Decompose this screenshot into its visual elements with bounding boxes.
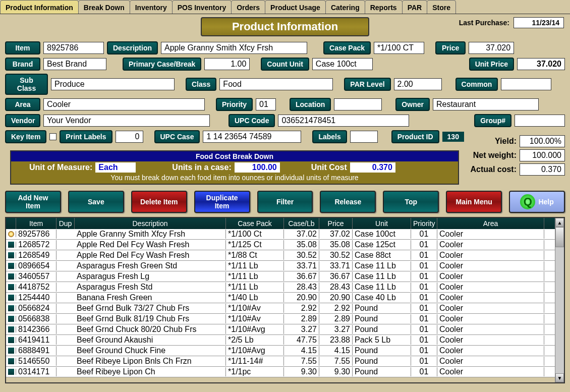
- brand-field[interactable]: Best Brand: [43, 58, 106, 70]
- labels-field[interactable]: [350, 131, 378, 143]
- labels-button[interactable]: Labels: [312, 130, 347, 143]
- table-row[interactable]: 0314171Beef Ribeye Lipon Ch*1/1pc9.309.3…: [6, 367, 555, 377]
- key-item-checkbox[interactable]: [49, 133, 56, 140]
- description-field[interactable]: Apple Granny Smith Xfcy Frsh: [161, 42, 307, 54]
- col-case-pack[interactable]: Case Pack: [226, 218, 284, 229]
- table-row[interactable]: 1268549Apple Red Del Fcy Wash Fresh*1/88…: [6, 250, 555, 261]
- yield-value[interactable]: 100.00%: [520, 135, 565, 147]
- col-unit[interactable]: Unit: [353, 218, 411, 229]
- net-weight-value[interactable]: 100.000: [520, 149, 565, 161]
- table-row[interactable]: 5146550Beef Ribeye Lipon Bnls Ch Frzn*1/…: [6, 356, 555, 367]
- grid-scrollbar[interactable]: ▲ ▼: [555, 218, 564, 382]
- print-labels-button[interactable]: Print Labels: [60, 130, 112, 143]
- case-pack-button[interactable]: Case Pack: [323, 41, 371, 54]
- tab-product-information[interactable]: Product Information: [0, 0, 79, 14]
- count-unit-field[interactable]: Case 100ct: [312, 58, 373, 70]
- help-button[interactable]: Q Help: [509, 191, 565, 213]
- common-field[interactable]: [501, 78, 551, 90]
- col-price[interactable]: Price: [319, 218, 353, 229]
- save-button[interactable]: Save: [68, 191, 124, 213]
- release-button[interactable]: Release: [320, 191, 376, 213]
- table-row[interactable]: 6888491Beef Ground Chuck Fine*1/10#Avg4.…: [6, 346, 555, 356]
- table-row[interactable]: 0566824Beef Grnd Bulk 73/27 Chub Frs*1/1…: [6, 303, 555, 314]
- table-row[interactable]: 3460557Asparagus Fresh Lg*1/11 Lb36.6736…: [6, 271, 555, 282]
- price-field[interactable]: 37.020: [469, 42, 514, 54]
- unit-cost-value[interactable]: 0.370: [350, 162, 395, 173]
- owner-button[interactable]: Owner: [395, 98, 430, 111]
- class-field[interactable]: Food: [219, 78, 333, 90]
- tab-product-usage[interactable]: Product Usage: [265, 0, 326, 14]
- table-row[interactable]: 1268572Apple Red Del Fcy Wash Fresh*1/12…: [6, 240, 555, 250]
- location-field[interactable]: [334, 98, 382, 110]
- tab-orders[interactable]: Orders: [231, 0, 265, 14]
- item-button[interactable]: Item: [5, 41, 40, 54]
- tab-store[interactable]: Store: [427, 0, 456, 14]
- scroll-up-icon[interactable]: ▲: [555, 218, 564, 227]
- case-pack-field[interactable]: *1/100 CT: [374, 42, 424, 54]
- class-button[interactable]: Class: [186, 78, 216, 91]
- tab-reports[interactable]: Reports: [365, 0, 403, 14]
- vendor-field[interactable]: Your Vendor: [43, 115, 210, 127]
- scroll-thumb[interactable]: [555, 227, 564, 247]
- area-button[interactable]: Area: [5, 98, 40, 111]
- tab-break-down[interactable]: Break Down: [78, 0, 130, 14]
- location-button[interactable]: Location: [290, 98, 331, 111]
- common-button[interactable]: Common: [455, 78, 498, 91]
- actual-cost-value[interactable]: 0.370: [520, 163, 565, 176]
- upc-code-button[interactable]: UPC Code: [229, 114, 275, 127]
- sub-class-field[interactable]: Produce: [51, 78, 175, 90]
- tab-par[interactable]: PAR: [402, 0, 428, 14]
- col-case-lb[interactable]: Case/Lb: [284, 218, 319, 229]
- vendor-button[interactable]: Vendor: [5, 114, 40, 127]
- table-row[interactable]: 8925786Apple Granny Smith Xfcy Frsh*1/10…: [6, 229, 555, 240]
- primary-case-break-field[interactable]: 1.00: [204, 58, 250, 70]
- cell-case-pack: *1/125 Ct: [226, 240, 284, 249]
- par-level-button[interactable]: PAR Level: [344, 78, 390, 91]
- tab-pos-inventory[interactable]: POS Inventory: [172, 0, 232, 14]
- table-row[interactable]: 4418752Asparagus Fresh Std*1/11 Lb28.432…: [6, 282, 555, 293]
- area-field[interactable]: Cooler: [43, 98, 205, 110]
- delete-item-button[interactable]: Delete Item: [131, 191, 187, 213]
- par-level-field[interactable]: 2.00: [394, 78, 442, 90]
- price-button[interactable]: Price: [435, 41, 466, 54]
- upc-case-button[interactable]: UPC Case: [154, 130, 200, 143]
- filter-button[interactable]: Filter: [257, 191, 313, 213]
- print-labels-field[interactable]: 0: [116, 131, 143, 143]
- table-row[interactable]: 6419411Beef Ground Akaushi*2/5 Lb47.7523…: [6, 335, 555, 346]
- table-row[interactable]: 0566838Beef Grnd Bulk 81/19 Chub Frs*1/1…: [6, 314, 555, 324]
- upc-case-field[interactable]: 1 14 23654 74589: [203, 131, 301, 143]
- priority-field[interactable]: 01: [256, 98, 276, 110]
- sub-class-button[interactable]: Sub Class: [5, 74, 48, 95]
- item-field[interactable]: 8925786: [43, 42, 104, 54]
- uom-value[interactable]: Each: [95, 162, 136, 173]
- col-marker[interactable]: [6, 218, 16, 229]
- upc-code-field[interactable]: 036521478451: [278, 115, 409, 127]
- main-menu-button[interactable]: Main Menu: [446, 191, 502, 213]
- col-dup[interactable]: Dup: [56, 218, 75, 229]
- scroll-down-icon[interactable]: ▼: [555, 373, 564, 382]
- tab-inventory[interactable]: Inventory: [130, 0, 173, 14]
- priority-button[interactable]: Priority: [216, 98, 253, 111]
- count-unit-button[interactable]: Count Unit: [261, 58, 309, 71]
- col-area[interactable]: Area: [437, 218, 544, 229]
- group-field[interactable]: [515, 115, 565, 127]
- primary-case-break-button[interactable]: Primary Case/Break: [123, 58, 201, 71]
- add-new-item-button[interactable]: Add New Item: [5, 191, 61, 213]
- col-priority[interactable]: Priority: [411, 218, 437, 229]
- description-button[interactable]: Description: [107, 41, 158, 54]
- tab-catering[interactable]: Catering: [325, 0, 365, 14]
- product-id-button[interactable]: Product ID: [391, 130, 439, 143]
- table-row[interactable]: 0896654Asparagus Fresh Green Std*1/11 Lb…: [6, 261, 555, 271]
- duplicate-item-button[interactable]: Duplicate Item: [194, 191, 250, 213]
- table-row[interactable]: 8142366Beef Grnd Chuck 80/20 Chub Frs*1/…: [6, 324, 555, 335]
- brand-button[interactable]: Brand: [5, 58, 40, 71]
- owner-field[interactable]: Restaurant: [433, 98, 539, 110]
- group-button[interactable]: Group#: [474, 114, 511, 127]
- top-button[interactable]: Top: [383, 191, 439, 213]
- unit-price-button[interactable]: Unit Price: [469, 58, 514, 71]
- col-item[interactable]: Item: [16, 218, 56, 229]
- key-item-button[interactable]: Key Item: [5, 130, 46, 143]
- table-row[interactable]: 1254440Banana Fresh Green*1/40 Lb20.9020…: [6, 293, 555, 303]
- units-value[interactable]: 100.00: [235, 162, 280, 173]
- col-description[interactable]: Description: [75, 218, 226, 229]
